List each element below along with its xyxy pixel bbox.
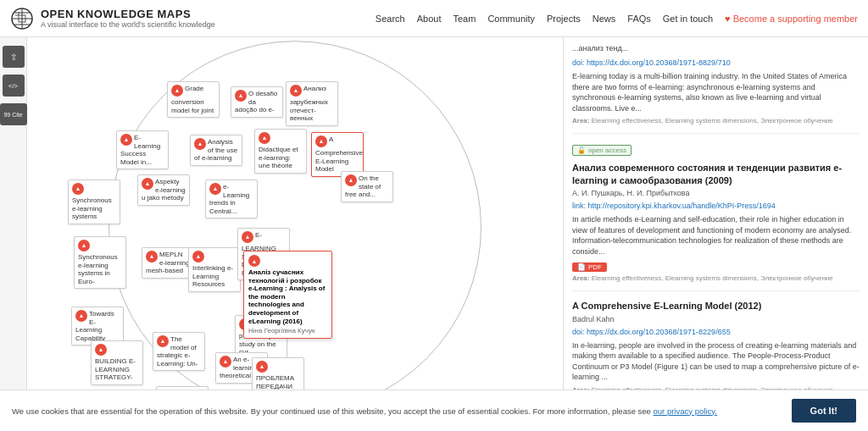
cookie-banner: We use cookies that are essential for th… [0, 390, 868, 431]
paper-card[interactable]: ▲ Анализ зарубежных отечест-венных [286, 81, 338, 126]
map-area: ▲ Grade conversion model for joint ▲ O d… [27, 37, 563, 431]
article-title: A Comprehensive E-Learning Model (2012) [572, 300, 860, 312]
card-icon: ▲ [72, 183, 84, 195]
left-sidebar: ⇧ </> 99 Cite [0, 37, 27, 431]
got-it-button[interactable]: Got It! [792, 399, 856, 423]
card-icon: ▲ [157, 335, 169, 347]
article-scroll-indicator: ...анализ тенд... [572, 44, 860, 52]
card-icon: ▲ [171, 85, 183, 97]
article-area: Area: Elearning effectiveness, Elearning… [572, 117, 860, 124]
logo-icon [10, 7, 34, 30]
logo-subtitle: A visual interface to the world's scient… [41, 20, 215, 29]
card-icon: ▲ [315, 135, 327, 147]
paper-card[interactable]: ▲ The model of strategic e-Learning: Un- [153, 332, 205, 371]
nav-news[interactable]: News [593, 14, 616, 24]
article-description: E-learning today is a multi-billion trai… [572, 71, 860, 113]
share-icon[interactable]: ⇧ [3, 46, 25, 68]
logo-text: OPEN KNOWLEDGE MAPS A visual interface t… [41, 8, 215, 29]
article-entry: ...анализ тенд... doi: https://dx.doi.or… [572, 44, 860, 134]
open-access-badge: 🔓 open access [572, 145, 632, 156]
nav-faqs[interactable]: FAQs [627, 14, 651, 24]
nav-contact[interactable]: Get in touch [663, 14, 713, 24]
nav-support[interactable]: ♥ Become a supporting member [725, 14, 858, 24]
privacy-policy-link[interactable]: our privacy policy. [654, 406, 717, 416]
paper-card[interactable]: ▲ Synchronous e-learning systems [68, 180, 120, 224]
card-icon: ▲ [220, 356, 231, 367]
card-icon: ▲ [192, 251, 204, 262]
card-icon: ▲ [95, 344, 107, 356]
paper-card[interactable]: ▲ Analysis of the use of e-learning [190, 135, 242, 166]
paper-card[interactable]: ▲ Didactique et e-learning: une théorie [254, 129, 307, 174]
paper-card[interactable]: ▲ e-Learning trends in Central... [205, 180, 258, 218]
nav-projects[interactable]: Projects [547, 14, 581, 24]
logo-area: OPEN KNOWLEDGE MAPS A visual interface t… [10, 7, 215, 30]
article-url[interactable]: doi: https://dx.doi.org/10.20368/1971-88… [572, 58, 731, 67]
pdf-icon: 📄 [577, 263, 586, 271]
main: ⇧ </> 99 Cite ▲ Grade conversion model f… [0, 37, 868, 431]
pdf-badge[interactable]: 📄 PDF [572, 262, 607, 272]
card-icon: ▲ [345, 174, 357, 186]
article-entry: 🔓 open access Анализ современного состоя… [572, 142, 860, 291]
article-title: Анализ современного состояния и тенденци… [572, 162, 860, 186]
article-entry: A Comprehensive E-Learning Model (2012) … [572, 300, 860, 402]
article-author: А. И. Пушкарь, Н. И. Прибыткова [572, 189, 860, 197]
paper-card[interactable]: ▲ MEPLN e-learning mesh-based [142, 247, 194, 279]
article-link[interactable]: link: http://repository.kpi.kharkov.ua/h… [572, 202, 776, 210]
featured-paper-card[interactable]: ▲ Аналіз сучасних технологій і розробок … [243, 251, 332, 339]
support-label: Become a supporting member [733, 14, 858, 24]
paper-card[interactable]: ▲ On the state of free and... [341, 171, 393, 202]
paper-card[interactable]: ▲ Grade conversion model for joint [167, 81, 220, 118]
paper-card[interactable]: ▲ Aspekty e-learning u jako metody [137, 174, 190, 206]
article-area: Area: Elearning effectiveness, Elearning… [572, 274, 860, 282]
code-icon[interactable]: </> [3, 75, 25, 97]
header: OPEN KNOWLEDGE MAPS A visual interface t… [0, 0, 868, 37]
card-icon: ▲ [78, 240, 90, 251]
card-icon: ▲ [242, 231, 253, 243]
nav-team[interactable]: Team [453, 14, 476, 24]
card-icon: ▲ [194, 138, 206, 150]
paper-card[interactable]: ▲ A Comprehensive E-Learning Model [311, 132, 364, 177]
nav-community[interactable]: Community [487, 14, 535, 24]
cite-icon[interactable]: 99 Cite [0, 103, 27, 125]
article-description: In e-learning, people are involved in th… [572, 340, 860, 383]
right-panel: ...анализ тенд... doi: https://dx.doi.or… [563, 37, 868, 431]
card-icon: ▲ [290, 85, 302, 97]
card-icon: ▲ [259, 132, 270, 144]
nav: Search About Team Community Projects New… [376, 14, 858, 24]
paper-card[interactable]: ▲ E-Learning Success Model in... [116, 130, 169, 169]
nav-search[interactable]: Search [376, 14, 405, 24]
open-access-icon: 🔓 [577, 146, 586, 154]
card-icon: ▲ [142, 178, 153, 190]
paper-card[interactable]: ▲ Interlinking e-Learning Resources [188, 247, 241, 292]
card-icon: ▲ [256, 361, 268, 373]
nav-about[interactable]: About [417, 14, 442, 24]
logo-title: OPEN KNOWLEDGE MAPS [41, 8, 215, 20]
card-icon: ▲ [209, 183, 221, 195]
cookie-text-container: We use cookies that are essential for th… [12, 406, 717, 416]
paper-card[interactable]: ▲ BUILDING E-LEARNING STRATEGY- [91, 340, 143, 385]
heart-icon: ♥ [725, 14, 731, 24]
paper-card[interactable]: ▲ Synchronous e-learning systems in Euro… [74, 236, 126, 289]
card-icon: ▲ [120, 134, 132, 146]
card-icon: ▲ [146, 251, 158, 262]
cookie-text: We use cookies that are essential for th… [12, 406, 651, 416]
article-url[interactable]: doi: https://dx.doi.org/10.20368/1971-82… [572, 328, 731, 336]
article-author: Badrul Kahn [572, 315, 860, 323]
article-description: In article methods e-Learning and self-e… [572, 214, 860, 257]
card-icon: ▲ [235, 90, 247, 102]
card-icon: ▲ [75, 310, 87, 322]
paper-card[interactable]: ▲ O desafio da adoção do e- [231, 86, 283, 118]
